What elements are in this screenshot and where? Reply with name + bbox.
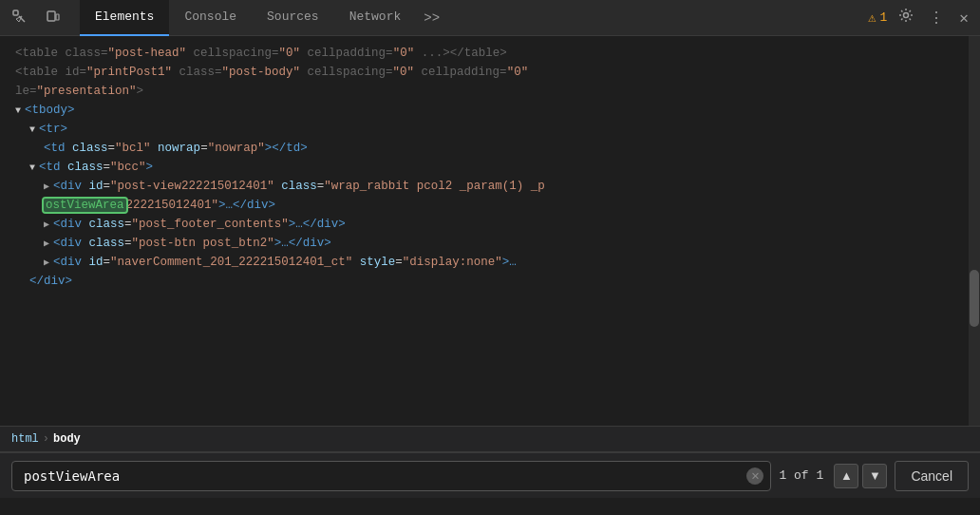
search-bar: ✕ 1 of 1 ▲ ▼ Cancel	[0, 452, 980, 498]
code-panel: <table class="post-head" cellspacing="0"…	[0, 36, 980, 426]
code-line-4: ▼<tbody>	[0, 101, 980, 120]
code-line-12: ▶<div id="naverComment_201_222215012401_…	[0, 253, 980, 272]
search-next-button[interactable]: ▼	[862, 464, 887, 488]
select-element-icon[interactable]	[8, 5, 30, 31]
tab-bar-right: ⚠️ 1 ⋮ ✕	[868, 4, 972, 31]
svg-rect-0	[13, 10, 18, 15]
tab-bar: Elements Console Sources Network >> ⚠️ 1…	[0, 0, 980, 36]
search-nav: ▲ ▼	[834, 464, 887, 488]
more-icon[interactable]: ⋮	[925, 5, 948, 31]
code-line-10: ▶<div class="post_footer_contents">…</di…	[0, 215, 980, 234]
breadcrumb-html[interactable]: html	[11, 432, 39, 446]
svg-rect-2	[56, 14, 59, 20]
code-line-2: <table id="printPost1" class="post-body"…	[0, 63, 980, 82]
clear-search-button[interactable]: ✕	[746, 467, 763, 485]
code-line-11: ▶<div class="post-btn post_btn2">…</div>	[0, 234, 980, 253]
tab-console[interactable]: Console	[169, 0, 252, 36]
close-icon[interactable]: ✕	[955, 5, 972, 31]
tab-network[interactable]: Network	[334, 0, 417, 36]
svg-point-3	[904, 13, 909, 18]
tab-sources[interactable]: Sources	[252, 0, 334, 36]
code-line-5: ▼<tr>	[0, 120, 980, 139]
code-line-7: ▼<td class="bcc">	[0, 158, 980, 177]
code-line-13: </div>	[0, 272, 980, 291]
search-prev-button[interactable]: ▲	[834, 464, 858, 488]
breadcrumb-sep: ›	[43, 432, 49, 446]
code-line-8: ▶<div id="post-view222215012401" class="…	[0, 177, 980, 196]
warning-badge[interactable]: ⚠️ 1	[868, 10, 887, 26]
warning-icon: ⚠️	[868, 10, 876, 26]
svg-rect-1	[47, 11, 55, 21]
code-line-3: le="presentation">	[0, 82, 980, 101]
code-line-6: <td class="bcl" nowrap="nowrap"></td>	[0, 139, 980, 158]
scrollbar-track[interactable]	[969, 36, 980, 426]
settings-icon[interactable]	[895, 4, 917, 31]
search-count: 1 of 1	[779, 468, 826, 483]
search-input[interactable]	[11, 461, 771, 491]
cancel-search-button[interactable]: Cancel	[895, 461, 969, 491]
tab-overflow[interactable]: >>	[416, 10, 447, 26]
tab-elements[interactable]: Elements	[80, 0, 169, 36]
scrollbar-thumb[interactable]	[970, 270, 979, 327]
breadcrumb-bar: html › body	[0, 426, 980, 452]
search-input-wrapper: ✕	[11, 461, 771, 491]
devtools-icons	[8, 5, 65, 31]
breadcrumb-body[interactable]: body	[53, 432, 81, 446]
device-toolbar-icon[interactable]	[42, 5, 65, 31]
code-line-1: <table class="post-head" cellspacing="0"…	[0, 44, 980, 63]
code-line-9: ostViewArea222215012401">…</div>	[0, 196, 980, 215]
